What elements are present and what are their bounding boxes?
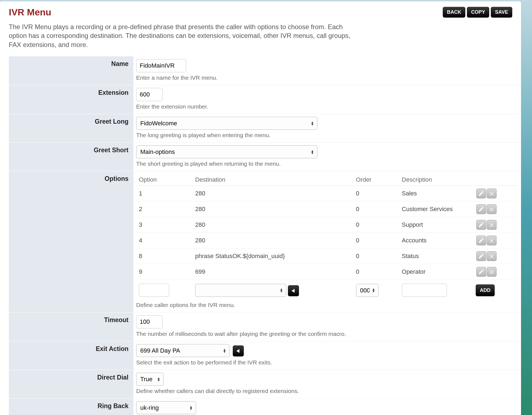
timeout-helper: The number of milliseconds to wait after… [136, 331, 517, 337]
exit-action-select[interactable]: 699 All Day PA [136, 344, 229, 357]
delete-button[interactable] [487, 251, 497, 261]
direct-dial-helper: Define whether callers can dial directly… [136, 388, 517, 394]
table-row: 32800Support [136, 217, 517, 233]
exit-action-helper: Select the exit action to be performed i… [136, 359, 517, 366]
extension-input[interactable] [136, 88, 163, 101]
extension-helper: Enter the extension number. [136, 103, 517, 110]
description-cell: Operator [399, 264, 473, 280]
form-table: Name Enter a name for the IVR menu. Exte… [9, 56, 521, 415]
table-row: 12800Sales [136, 186, 517, 201]
timeout-label: Timeout [9, 312, 133, 341]
greet-long-label: Greet Long [9, 114, 133, 143]
svg-marker-0 [292, 289, 295, 293]
greet-long-select[interactable]: FidoWelcome [136, 117, 317, 130]
copy-button[interactable]: COPY [467, 7, 489, 18]
edit-button[interactable] [476, 267, 486, 277]
greet-short-select[interactable]: Main-options [136, 145, 317, 158]
triangle-left-icon [292, 289, 295, 293]
option-cell: 9 [136, 264, 192, 280]
col-order: Order [353, 174, 399, 186]
page-header: IVR Menu BACK COPY SAVE [9, 7, 521, 18]
delete-button[interactable] [487, 220, 497, 230]
col-description: Description [399, 174, 473, 186]
description-cell: Customer Services [399, 201, 473, 217]
destination-cell: phrase StatusOK.${domain_uuid} [192, 248, 353, 264]
ring-back-select[interactable]: uk-ring [136, 401, 196, 414]
options-label: Options [9, 171, 133, 312]
order-cell: 0 [353, 248, 399, 264]
table-row: 42800Accounts [136, 233, 517, 248]
destination-toggle-button[interactable] [288, 285, 299, 296]
triangle-left-icon [236, 349, 240, 353]
options-table: Option Destination Order Description 128… [136, 174, 517, 300]
exit-action-toggle-button[interactable] [233, 345, 244, 356]
page-description: The IVR Menu plays a recording or a pre-… [9, 23, 360, 49]
option-cell: 3 [136, 217, 192, 233]
option-cell: 1 [136, 186, 192, 201]
destination-cell: 280 [192, 233, 353, 248]
destination-cell: 280 [192, 217, 353, 233]
delete-button[interactable] [487, 236, 497, 245]
edit-button[interactable] [476, 236, 486, 245]
add-option-row: ▲▼000▲▼ADD [136, 280, 517, 300]
option-cell: 4 [136, 233, 192, 248]
edit-button[interactable] [476, 251, 486, 261]
destination-cell: 699 [192, 264, 353, 280]
name-helper: Enter a name for the IVR menu. [136, 74, 517, 81]
order-cell: 0 [353, 233, 399, 248]
destination-cell: 280 [192, 186, 353, 201]
edit-button[interactable] [476, 204, 486, 214]
delete-button[interactable] [487, 189, 497, 198]
back-button[interactable]: BACK [443, 7, 465, 18]
new-destination-select[interactable] [195, 284, 286, 297]
timeout-input[interactable] [136, 315, 163, 328]
order-cell: 0 [353, 201, 399, 217]
table-row: 96990Operator [136, 264, 517, 280]
option-cell: 8 [136, 248, 192, 264]
description-cell: Sales [399, 186, 473, 201]
table-row: 22800Customer Services [136, 201, 517, 217]
extension-label: Extension [9, 85, 133, 114]
name-input[interactable] [136, 59, 186, 72]
exit-action-label: Exit Action [9, 341, 133, 370]
direct-dial-label: Direct Dial [9, 370, 133, 399]
table-row: 8phrase StatusOK.${domain_uuid}0Status [136, 248, 517, 264]
col-destination: Destination [192, 174, 353, 186]
ring-back-label: Ring Back [9, 399, 133, 415]
order-cell: 0 [353, 217, 399, 233]
edit-button[interactable] [476, 189, 486, 198]
destination-cell: 280 [192, 201, 353, 217]
svg-marker-1 [236, 349, 239, 353]
option-cell: 2 [136, 201, 192, 217]
edit-button[interactable] [476, 220, 486, 230]
header-buttons: BACK COPY SAVE [443, 7, 512, 18]
new-option-input[interactable] [139, 284, 169, 297]
order-cell: 0 [353, 186, 399, 201]
page-title: IVR Menu [9, 7, 51, 18]
col-option: Option [136, 174, 192, 186]
delete-button[interactable] [487, 267, 497, 277]
greet-short-helper: The short greeting is played when return… [136, 161, 517, 167]
description-cell: Support [399, 217, 473, 233]
add-button[interactable]: ADD [476, 284, 495, 296]
description-cell: Accounts [399, 233, 473, 248]
greet-short-label: Greet Short [9, 143, 133, 171]
delete-button[interactable] [487, 204, 497, 214]
direct-dial-select[interactable]: True [136, 373, 164, 386]
order-cell: 0 [353, 264, 399, 280]
save-button[interactable]: SAVE [491, 7, 512, 18]
name-label: Name [9, 56, 133, 85]
description-cell: Status [399, 248, 473, 264]
ivr-menu-page: IVR Menu BACK COPY SAVE The IVR Menu pla… [0, 1, 521, 415]
new-description-input[interactable] [402, 284, 447, 297]
options-helper: Define caller options for the IVR menu. [136, 302, 517, 308]
greet-long-helper: The long greeting is played when enterin… [136, 132, 517, 139]
new-order-select[interactable]: 000 [356, 284, 379, 297]
